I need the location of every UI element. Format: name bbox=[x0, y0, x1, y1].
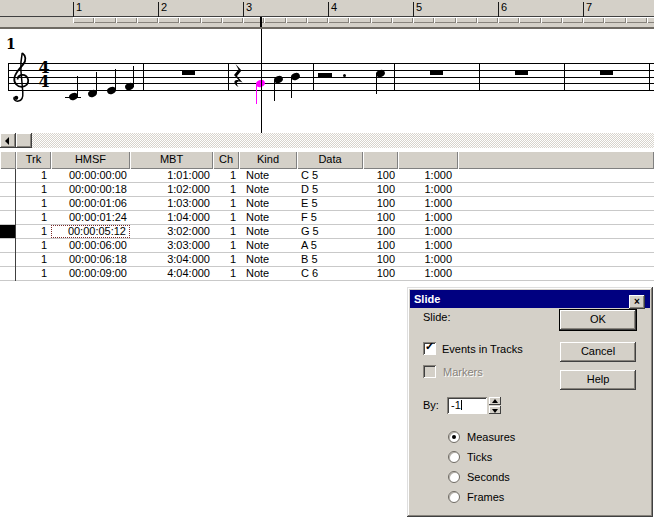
cell-kind[interactable]: Note bbox=[239, 197, 297, 210]
cell-ch[interactable]: 1 bbox=[213, 169, 239, 182]
cell-mbt[interactable]: 3:02:000 bbox=[130, 225, 213, 238]
cell-kind[interactable]: Note bbox=[239, 225, 297, 238]
cell-hmsf[interactable]: 00:00:06:18 bbox=[51, 253, 130, 266]
cell-ch[interactable]: 1 bbox=[213, 225, 239, 238]
cell-trk[interactable]: 1 bbox=[16, 183, 51, 196]
event-row[interactable]: 100:00:00:001:01:0001NoteC 51001:000 bbox=[0, 169, 654, 183]
beat-cell bbox=[562, 17, 583, 23]
cell-data[interactable]: B 5 bbox=[297, 253, 363, 266]
cell-vel[interactable]: 100 bbox=[363, 197, 398, 210]
cell-trk[interactable]: 1 bbox=[16, 239, 51, 252]
cell-filler bbox=[458, 211, 654, 224]
cell-trk[interactable]: 1 bbox=[16, 197, 51, 210]
help-button[interactable]: Help bbox=[560, 370, 636, 390]
cell-vel[interactable]: 100 bbox=[363, 239, 398, 252]
quarter-rest bbox=[232, 64, 245, 88]
ok-button[interactable]: OK bbox=[559, 309, 637, 331]
cell-filler bbox=[458, 239, 654, 252]
cell-kind[interactable]: Note bbox=[239, 267, 297, 280]
spinner-up-button[interactable] bbox=[489, 397, 501, 405]
timeline-ruler[interactable]: 1234567 bbox=[0, 0, 654, 29]
event-row[interactable]: 100:00:01:061:03:0001NoteE 51001:000 bbox=[0, 197, 654, 211]
radio-icon[interactable] bbox=[448, 491, 460, 503]
events-in-tracks-checkbox[interactable]: ✓ bbox=[423, 342, 436, 355]
cell-data[interactable]: A 5 bbox=[297, 239, 363, 252]
by-amount-input[interactable]: -1 bbox=[447, 397, 487, 414]
cancel-button[interactable]: Cancel bbox=[560, 342, 636, 362]
cell-hmsf[interactable]: 00:00:06:00 bbox=[51, 239, 130, 252]
cell-vel[interactable]: 100 bbox=[363, 211, 398, 224]
cell-mbt[interactable]: 1:01:000 bbox=[130, 169, 213, 182]
cell-mbt[interactable]: 1:02:000 bbox=[130, 183, 213, 196]
spinner-down-button[interactable] bbox=[489, 406, 501, 414]
measure-tick bbox=[158, 2, 159, 17]
cell-data[interactable]: D 5 bbox=[297, 183, 363, 196]
beat-cell bbox=[371, 17, 392, 23]
cell-filler bbox=[458, 225, 654, 238]
cell-dur[interactable]: 1:000 bbox=[398, 225, 458, 238]
radio-icon[interactable] bbox=[448, 451, 460, 463]
event-row[interactable]: 100:00:00:181:02:0001NoteD 51001:000 bbox=[0, 183, 654, 197]
cell-hmsf[interactable]: 00:00:00:00 bbox=[51, 169, 130, 182]
cell-trk[interactable]: 1 bbox=[16, 225, 51, 238]
scrollbar-thumb[interactable] bbox=[16, 133, 32, 148]
column-header-mbt: MBT bbox=[130, 151, 213, 169]
cell-kind[interactable]: Note bbox=[239, 169, 297, 182]
close-icon[interactable]: × bbox=[629, 295, 645, 309]
event-row[interactable]: 100:00:09:004:04:0001NoteC 61001:000 bbox=[0, 267, 654, 281]
horizontal-scrollbar[interactable] bbox=[0, 133, 654, 148]
cell-data[interactable]: C 6 bbox=[297, 267, 363, 280]
focused-cell[interactable]: 00:00:05:12 bbox=[51, 225, 130, 238]
cell-dur[interactable]: 1:000 bbox=[398, 239, 458, 252]
event-row[interactable]: 100:00:06:183:04:0001NoteB 51001:000 bbox=[0, 253, 654, 267]
event-row[interactable]: 100:00:05:123:02:0001NoteG 51001:000 bbox=[0, 225, 654, 239]
cell-dur[interactable]: 1:000 bbox=[398, 211, 458, 224]
column-header-dur bbox=[398, 151, 458, 169]
dialog-titlebar[interactable]: Slide × bbox=[410, 290, 650, 308]
cell-ch[interactable]: 1 bbox=[213, 267, 239, 280]
cell-vel[interactable]: 100 bbox=[363, 253, 398, 266]
cell-trk[interactable]: 1 bbox=[16, 253, 51, 266]
event-row[interactable]: 100:00:06:003:03:0001NoteA 51001:000 bbox=[0, 239, 654, 253]
cell-kind[interactable]: Note bbox=[239, 211, 297, 224]
event-row[interactable]: 100:00:01:241:04:0001NoteF 51001:000 bbox=[0, 211, 654, 225]
cell-mbt[interactable]: 3:03:000 bbox=[130, 239, 213, 252]
cell-trk[interactable]: 1 bbox=[16, 211, 51, 224]
cell-ch[interactable]: 1 bbox=[213, 183, 239, 196]
radio-icon[interactable] bbox=[448, 431, 460, 443]
cell-mbt[interactable]: 1:04:000 bbox=[130, 211, 213, 224]
cell-vel[interactable]: 100 bbox=[363, 169, 398, 182]
cell-vel[interactable]: 100 bbox=[363, 267, 398, 280]
cell-mbt[interactable]: 3:04:000 bbox=[130, 253, 213, 266]
cell-trk[interactable]: 1 bbox=[16, 169, 51, 182]
cell-hmsf[interactable]: 00:00:01:06 bbox=[51, 197, 130, 210]
cell-ch[interactable]: 1 bbox=[213, 239, 239, 252]
cell-dur[interactable]: 1:000 bbox=[398, 267, 458, 280]
cell-data[interactable]: C 5 bbox=[297, 169, 363, 182]
cell-dur[interactable]: 1:000 bbox=[398, 183, 458, 196]
cell-hmsf[interactable]: 00:00:00:18 bbox=[51, 183, 130, 196]
cell-ch[interactable]: 1 bbox=[213, 197, 239, 210]
cell-dur[interactable]: 1:000 bbox=[398, 197, 458, 210]
cell-ch[interactable]: 1 bbox=[213, 253, 239, 266]
cell-ch[interactable]: 1 bbox=[213, 211, 239, 224]
cell-mbt[interactable]: 4:04:000 bbox=[130, 267, 213, 280]
beat-cell bbox=[73, 17, 94, 23]
scroll-left-button[interactable] bbox=[0, 133, 16, 148]
cell-vel[interactable]: 100 bbox=[363, 225, 398, 238]
radio-icon[interactable] bbox=[448, 471, 460, 483]
cell-data[interactable]: E 5 bbox=[297, 197, 363, 210]
cell-data[interactable]: F 5 bbox=[297, 211, 363, 224]
cell-dur[interactable]: 1:000 bbox=[398, 253, 458, 266]
cell-hmsf[interactable]: 00:00:01:24 bbox=[51, 211, 130, 224]
cell-data[interactable]: G 5 bbox=[297, 225, 363, 238]
beat-cell bbox=[286, 17, 307, 23]
cell-mbt[interactable]: 1:03:000 bbox=[130, 197, 213, 210]
cell-dur[interactable]: 1:000 bbox=[398, 169, 458, 182]
cell-vel[interactable]: 100 bbox=[363, 183, 398, 196]
cell-hmsf[interactable]: 00:00:09:00 bbox=[51, 267, 130, 280]
cell-kind[interactable]: Note bbox=[239, 253, 297, 266]
cell-kind[interactable]: Note bbox=[239, 239, 297, 252]
cell-kind[interactable]: Note bbox=[239, 183, 297, 196]
cell-trk[interactable]: 1 bbox=[16, 267, 51, 280]
